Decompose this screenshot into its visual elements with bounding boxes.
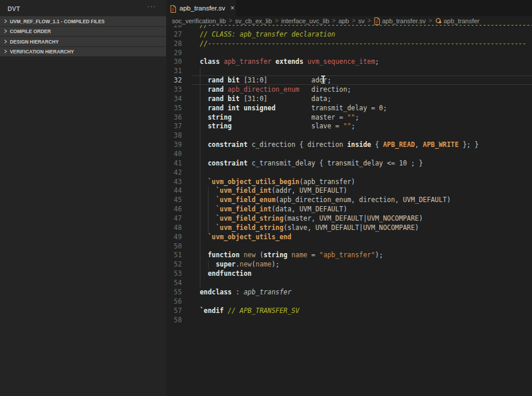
token-m: `uvm_field_int (215, 205, 271, 213)
code-line: 47 `uvm_field_string(master, UVM_DEFAULT… (166, 214, 532, 224)
line-number: 51 (166, 251, 182, 260)
code-line: 30class apb_transfer extends uvm_sequenc… (166, 57, 532, 67)
code-text: super.new(name); (200, 260, 279, 269)
breadcrumb-item[interactable]: apb_transfer.sv (382, 17, 426, 24)
token-d: c_direction { direction (247, 141, 347, 149)
sv-file-icon (170, 5, 176, 12)
token-d: = (307, 251, 319, 259)
token-k: function (208, 251, 240, 259)
code-text: function new (string name = "apb_transfe… (200, 251, 383, 260)
token-k: `endif (200, 307, 224, 315)
line-number: 41 (166, 159, 182, 168)
line-number: 55 (166, 288, 182, 297)
token-c: // APB_TRANSFER_SV (228, 307, 299, 315)
breadcrumb-item[interactable]: sv (358, 17, 365, 24)
token-t: apb_transfer (224, 57, 271, 66)
code-line: 34 rand bit [31:0] data; (166, 95, 532, 104)
sidebar-section-uvm-ref-flow-1-1-compiled-files[interactable]: UVM_REF_FLOW_1.1 - COMPILED FILES (0, 16, 166, 26)
code-text: `endif // APB_TRANSFER_SV (200, 307, 299, 316)
code-text: class apb_transfer extends uvm_sequence_… (200, 57, 379, 67)
token-d: (data, UVM_DEFAULT) (271, 205, 347, 213)
line-number: 34 (166, 95, 182, 104)
line-number: 57 (166, 307, 182, 316)
token-d: [31:0] data; (240, 95, 332, 103)
more-actions-icon[interactable]: ··· (148, 3, 157, 10)
token-k: rand bit (208, 76, 240, 84)
code-text: rand bit [31:0] addr; (200, 76, 331, 85)
token-d: ( (251, 260, 256, 268)
token-p: name (256, 260, 271, 268)
sidebar-section-label: COMPILE ORDER (10, 28, 51, 34)
code-line: 58 (166, 316, 532, 325)
tab-close-icon[interactable]: × (231, 4, 235, 12)
code-line: 45 `uvm_field_enum(apb_direction_enum, d… (166, 196, 532, 205)
code-line: 37 string slave = ""; (166, 122, 532, 131)
line-number: 58 (166, 316, 182, 325)
breadcrumb-item[interactable]: sv_cb_ex_lib (235, 17, 272, 24)
token-d (200, 141, 208, 149)
token-i: apb_transfer (243, 288, 291, 296)
sidebar-section-design-hierarchy[interactable]: DESIGN HIERARCHY (0, 36, 166, 46)
token-d: ; (375, 57, 379, 66)
token-c: // CLASS: apb_transfer declaration (200, 30, 335, 38)
code-line: 44 `uvm_field_int(addr, UVM_DEFAULT) (166, 186, 532, 196)
token-m: `uvm_object_utils_end (208, 233, 292, 241)
token-t: apb_direction_enum (228, 85, 299, 93)
code-text: string slave = ""; (200, 122, 355, 131)
breadcrumb-item[interactable]: apb (339, 17, 349, 24)
code-text: `uvm_object_utils_end (200, 233, 292, 242)
line-number: 38 (166, 131, 182, 141)
sidebar-section-verification-hierarchy[interactable]: VERIFICATION HIERARCHY (0, 46, 166, 57)
code-line: 33 rand apb_direction_enum direction; (166, 85, 532, 95)
token-m: `uvm_field_enum (215, 196, 275, 204)
breadcrumb-item[interactable]: soc_verification_lib (172, 17, 226, 24)
token-k: endfunction (208, 269, 251, 278)
line-number: 35 (166, 104, 182, 113)
indent-guide (208, 187, 209, 233)
token-p: new (243, 251, 256, 259)
code-line: 27// CLASS: apb_transfer declaration (166, 30, 532, 39)
token-t: uvm_sequence_item (307, 57, 375, 66)
token-d: . (236, 260, 240, 268)
token-d: , (415, 141, 423, 149)
tab-apb-transfer[interactable]: apb_transfer.sv × (166, 0, 236, 16)
sidebar-header: DVT ··· (0, 0, 166, 16)
token-c: //--------------------------------------… (200, 39, 526, 48)
token-e: APB_READ (383, 141, 415, 149)
sv-file-icon (374, 17, 380, 24)
code-editor[interactable]: 26//------------------------------------… (166, 25, 532, 396)
token-k: class (200, 57, 220, 66)
code-text: constraint c_transmit_delay { transmit_d… (200, 159, 423, 168)
code-line: 54 (166, 279, 532, 288)
code-text: constraint c_direction { direction insid… (200, 141, 479, 150)
token-k: string (208, 113, 232, 121)
token-d (224, 85, 228, 93)
code-text: `uvm_field_int(addr, UVM_DEFAULT) (200, 186, 347, 196)
token-k: string (208, 122, 232, 130)
sidebar-section-label: DESIGN HIERARCHY (10, 38, 59, 45)
token-d: (slave, UVM_DEFAULT|UVM_NOCOMPARE) (283, 224, 419, 232)
token-d: master = (232, 113, 347, 121)
tab-bar: apb_transfer.sv × (166, 0, 532, 16)
sidebar-section-compile-order[interactable]: COMPILE ORDER (0, 26, 166, 37)
token-m: `uvm_field_string (215, 214, 283, 222)
token-d: (apb_transfer) (299, 178, 355, 186)
code-line: 50 (166, 242, 532, 251)
sidebar-title: DVT (8, 5, 20, 12)
token-d: slave = (232, 122, 343, 130)
token-p: name (292, 251, 307, 259)
code-text: endclass : apb_transfer (200, 288, 292, 297)
ibeam-cursor (321, 75, 326, 84)
code-line: 39 constraint c_direction { direction in… (166, 141, 532, 150)
token-d (200, 76, 208, 84)
code-line: 38 (166, 131, 532, 141)
line-number: 36 (166, 113, 182, 123)
breadcrumb-item[interactable]: apb_transfer (444, 17, 480, 24)
sidebar-section-label: UVM_REF_FLOW_1.1 - COMPILED FILES (10, 18, 105, 24)
token-k: extends (275, 57, 303, 66)
token-d: ); (271, 260, 279, 268)
breadcrumb-separator: > (352, 17, 355, 24)
breadcrumb-item[interactable]: interface_uvc_lib (281, 17, 329, 24)
token-d (287, 251, 292, 259)
token-k: constraint (208, 159, 248, 167)
